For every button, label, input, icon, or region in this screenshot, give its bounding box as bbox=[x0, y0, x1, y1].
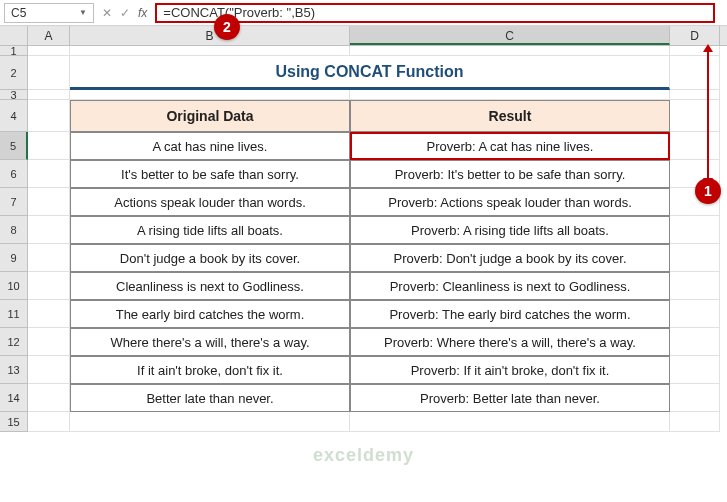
cell[interactable] bbox=[670, 412, 720, 432]
cell-original[interactable]: A rising tide lifts all boats. bbox=[70, 216, 350, 244]
cell-original[interactable]: A cat has nine lives. bbox=[70, 132, 350, 160]
cell[interactable] bbox=[70, 412, 350, 432]
formula-input[interactable]: =CONCAT("Proverb: ",B5) bbox=[155, 3, 715, 23]
cell[interactable] bbox=[350, 90, 670, 100]
formula-text: =CONCAT("Proverb: ",B5) bbox=[163, 5, 315, 20]
row-2: 2 Using CONCAT Function bbox=[0, 56, 727, 90]
row-header[interactable]: 3 bbox=[0, 90, 28, 100]
cell-original[interactable]: Don't judge a book by its cover. bbox=[70, 244, 350, 272]
row-header[interactable]: 11 bbox=[0, 300, 28, 328]
cell-result[interactable]: Proverb: A rising tide lifts all boats. bbox=[350, 216, 670, 244]
cell-result[interactable]: Proverb: It's better to be safe than sor… bbox=[350, 160, 670, 188]
cell[interactable] bbox=[350, 46, 670, 56]
cell[interactable] bbox=[670, 56, 720, 90]
row-header[interactable]: 7 bbox=[0, 188, 28, 216]
cell[interactable] bbox=[28, 272, 70, 300]
cell-original[interactable]: It's better to be safe than sorry. bbox=[70, 160, 350, 188]
cell[interactable] bbox=[28, 188, 70, 216]
row-4: 4 Original Data Result bbox=[0, 100, 727, 132]
cell[interactable] bbox=[350, 412, 670, 432]
select-all-corner[interactable] bbox=[0, 26, 28, 45]
cell[interactable] bbox=[28, 90, 70, 100]
row-header[interactable]: 5 bbox=[0, 132, 28, 160]
cell[interactable] bbox=[670, 90, 720, 100]
cell[interactable] bbox=[670, 272, 720, 300]
row-15: 15 bbox=[0, 412, 727, 432]
cell[interactable] bbox=[670, 356, 720, 384]
cell[interactable] bbox=[28, 244, 70, 272]
cell-result-selected[interactable]: Proverb: A cat has nine lives. bbox=[350, 132, 670, 160]
cell[interactable] bbox=[28, 412, 70, 432]
header-result[interactable]: Result bbox=[350, 100, 670, 132]
cell[interactable] bbox=[670, 300, 720, 328]
cell[interactable] bbox=[28, 100, 70, 132]
cell[interactable] bbox=[28, 384, 70, 412]
col-header-c[interactable]: C bbox=[350, 26, 670, 45]
fx-icon[interactable]: fx bbox=[138, 6, 147, 20]
cell[interactable] bbox=[70, 46, 350, 56]
row-header[interactable]: 4 bbox=[0, 100, 28, 132]
cell-result[interactable]: Proverb: Actions speak louder than words… bbox=[350, 188, 670, 216]
cell[interactable] bbox=[670, 384, 720, 412]
cell[interactable] bbox=[28, 300, 70, 328]
row-10: 10 Cleanliness is next to Godliness. Pro… bbox=[0, 272, 727, 300]
title-cell[interactable]: Using CONCAT Function bbox=[70, 56, 670, 90]
cell[interactable] bbox=[28, 132, 70, 160]
callout-1: 1 bbox=[695, 178, 721, 204]
cell[interactable] bbox=[28, 216, 70, 244]
row-1: 1 bbox=[0, 46, 727, 56]
accept-icon[interactable]: ✓ bbox=[120, 6, 130, 20]
row-13: 13 If it ain't broke, don't fix it. Prov… bbox=[0, 356, 727, 384]
cell[interactable] bbox=[670, 244, 720, 272]
cell[interactable] bbox=[28, 328, 70, 356]
cell-original[interactable]: Better late than never. bbox=[70, 384, 350, 412]
row-header[interactable]: 2 bbox=[0, 56, 28, 90]
cell-original[interactable]: The early bird catches the worm. bbox=[70, 300, 350, 328]
header-original[interactable]: Original Data bbox=[70, 100, 350, 132]
row-header[interactable]: 14 bbox=[0, 384, 28, 412]
cell-result[interactable]: Proverb: Don't judge a book by its cover… bbox=[350, 244, 670, 272]
cell-result[interactable]: Proverb: Better late than never. bbox=[350, 384, 670, 412]
row-header[interactable]: 9 bbox=[0, 244, 28, 272]
cell-result[interactable]: Proverb: Where there's a will, there's a… bbox=[350, 328, 670, 356]
row-6: 6 It's better to be safe than sorry. Pro… bbox=[0, 160, 727, 188]
row-9: 9 Don't judge a book by its cover. Prove… bbox=[0, 244, 727, 272]
cell[interactable] bbox=[670, 132, 720, 160]
callout-2: 2 bbox=[214, 14, 240, 40]
cell-result[interactable]: Proverb: If it ain't broke, don't fix it… bbox=[350, 356, 670, 384]
cell[interactable] bbox=[28, 56, 70, 90]
row-header[interactable]: 12 bbox=[0, 328, 28, 356]
col-header-b[interactable]: B bbox=[70, 26, 350, 45]
fx-controls: ✕ ✓ fx bbox=[94, 6, 155, 20]
col-header-a[interactable]: A bbox=[28, 26, 70, 45]
cell-original[interactable]: Actions speak louder than words. bbox=[70, 188, 350, 216]
cell-result[interactable]: Proverb: Cleanliness is next to Godlines… bbox=[350, 272, 670, 300]
cell[interactable] bbox=[70, 90, 350, 100]
cell-original[interactable]: If it ain't broke, don't fix it. bbox=[70, 356, 350, 384]
row-header[interactable]: 10 bbox=[0, 272, 28, 300]
cell-result[interactable]: Proverb: The early bird catches the worm… bbox=[350, 300, 670, 328]
cancel-icon[interactable]: ✕ bbox=[102, 6, 112, 20]
col-header-d[interactable]: D bbox=[670, 26, 720, 45]
cell-original[interactable]: Where there's a will, there's a way. bbox=[70, 328, 350, 356]
row-header[interactable]: 15 bbox=[0, 412, 28, 432]
cell[interactable] bbox=[670, 328, 720, 356]
name-box[interactable]: C5 ▼ bbox=[4, 3, 94, 23]
dropdown-icon[interactable]: ▼ bbox=[79, 8, 87, 17]
row-header[interactable]: 6 bbox=[0, 160, 28, 188]
row-12: 12 Where there's a will, there's a way. … bbox=[0, 328, 727, 356]
row-5: 5 A cat has nine lives. Proverb: A cat h… bbox=[0, 132, 727, 160]
annotation-arrow bbox=[707, 50, 709, 180]
cell[interactable] bbox=[670, 100, 720, 132]
cell[interactable] bbox=[28, 46, 70, 56]
formula-bar: C5 ▼ ✕ ✓ fx =CONCAT("Proverb: ",B5) bbox=[0, 0, 727, 26]
row-header[interactable]: 1 bbox=[0, 46, 28, 56]
cell[interactable] bbox=[670, 216, 720, 244]
row-header[interactable]: 13 bbox=[0, 356, 28, 384]
cell[interactable] bbox=[28, 356, 70, 384]
cell-original[interactable]: Cleanliness is next to Godliness. bbox=[70, 272, 350, 300]
row-8: 8 A rising tide lifts all boats. Proverb… bbox=[0, 216, 727, 244]
row-3: 3 bbox=[0, 90, 727, 100]
cell[interactable] bbox=[28, 160, 70, 188]
row-header[interactable]: 8 bbox=[0, 216, 28, 244]
